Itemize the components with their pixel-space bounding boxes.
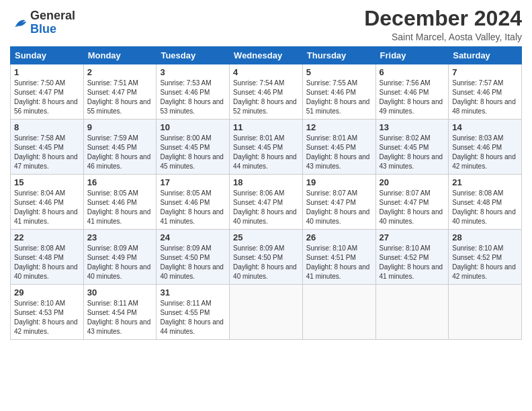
- calendar-cell: 13Sunrise: 8:02 AM Sunset: 4:45 PM Dayli…: [375, 120, 449, 175]
- day-number: 28: [452, 232, 518, 242]
- calendar-cell: 29Sunrise: 8:10 AM Sunset: 4:53 PM Dayli…: [11, 285, 84, 340]
- day-number: 23: [87, 232, 153, 242]
- day-number: 20: [380, 177, 445, 187]
- calendar-cell: 26Sunrise: 8:10 AM Sunset: 4:51 PM Dayli…: [302, 230, 375, 285]
- calendar-cell: 1Sunrise: 7:50 AM Sunset: 4:47 PM Daylig…: [11, 64, 84, 120]
- day-info: Sunrise: 7:57 AM Sunset: 4:46 PM Dayligh…: [452, 79, 518, 116]
- day-info: Sunrise: 8:08 AM Sunset: 4:48 PM Dayligh…: [452, 189, 518, 226]
- calendar-cell: 22Sunrise: 8:08 AM Sunset: 4:48 PM Dayli…: [11, 230, 84, 285]
- day-number: 25: [233, 232, 299, 242]
- header-friday: Friday: [375, 47, 449, 64]
- day-info: Sunrise: 8:04 AM Sunset: 4:46 PM Dayligh…: [14, 189, 80, 226]
- calendar-cell: [302, 285, 375, 340]
- page-header: General Blue December 2024 Saint Marcel,…: [10, 7, 522, 42]
- calendar-cell: 19Sunrise: 8:07 AM Sunset: 4:47 PM Dayli…: [302, 175, 375, 230]
- calendar-cell: [449, 285, 522, 340]
- day-info: Sunrise: 8:00 AM Sunset: 4:45 PM Dayligh…: [160, 134, 226, 171]
- calendar-cell: 16Sunrise: 8:05 AM Sunset: 4:46 PM Dayli…: [83, 175, 157, 230]
- header-saturday: Saturday: [449, 47, 522, 64]
- day-info: Sunrise: 8:10 AM Sunset: 4:52 PM Dayligh…: [380, 244, 445, 281]
- day-info: Sunrise: 7:55 AM Sunset: 4:46 PM Dayligh…: [306, 79, 372, 116]
- logo-text: General Blue: [30, 9, 75, 36]
- day-info: Sunrise: 8:01 AM Sunset: 4:45 PM Dayligh…: [306, 134, 372, 171]
- day-number: 26: [306, 232, 372, 242]
- day-info: Sunrise: 8:09 AM Sunset: 4:50 PM Dayligh…: [160, 244, 226, 281]
- day-number: 24: [160, 232, 226, 242]
- day-number: 30: [87, 287, 153, 298]
- day-number: 15: [14, 177, 80, 187]
- calendar-cell: 15Sunrise: 8:04 AM Sunset: 4:46 PM Dayli…: [11, 175, 84, 230]
- day-number: 8: [14, 122, 80, 132]
- day-info: Sunrise: 8:06 AM Sunset: 4:47 PM Dayligh…: [233, 189, 299, 226]
- day-number: 17: [160, 177, 226, 187]
- day-number: 11: [233, 122, 299, 132]
- day-info: Sunrise: 7:58 AM Sunset: 4:45 PM Dayligh…: [14, 134, 80, 171]
- calendar-cell: [230, 285, 303, 340]
- header-wednesday: Wednesday: [230, 47, 303, 64]
- day-number: 27: [380, 232, 445, 242]
- calendar-cell: [375, 285, 449, 340]
- calendar-cell: 24Sunrise: 8:09 AM Sunset: 4:50 PM Dayli…: [157, 230, 230, 285]
- calendar-cell: 9Sunrise: 7:59 AM Sunset: 4:45 PM Daylig…: [83, 120, 157, 175]
- calendar-week-row: 8Sunrise: 7:58 AM Sunset: 4:45 PM Daylig…: [11, 120, 522, 175]
- day-number: 29: [14, 287, 80, 298]
- day-info: Sunrise: 7:54 AM Sunset: 4:46 PM Dayligh…: [233, 79, 299, 116]
- logo: General Blue: [10, 9, 75, 36]
- title-block: December 2024 Saint Marcel, Aosta Valley…: [364, 7, 522, 42]
- calendar-cell: 27Sunrise: 8:10 AM Sunset: 4:52 PM Dayli…: [375, 230, 449, 285]
- day-info: Sunrise: 8:11 AM Sunset: 4:55 PM Dayligh…: [160, 299, 226, 336]
- calendar-cell: 6Sunrise: 7:56 AM Sunset: 4:46 PM Daylig…: [375, 64, 449, 120]
- day-number: 16: [87, 177, 153, 187]
- calendar-cell: 20Sunrise: 8:07 AM Sunset: 4:47 PM Dayli…: [375, 175, 449, 230]
- calendar-cell: 25Sunrise: 8:09 AM Sunset: 4:50 PM Dayli…: [230, 230, 303, 285]
- weekday-header-row: Sunday Monday Tuesday Wednesday Thursday…: [11, 47, 522, 64]
- day-info: Sunrise: 8:01 AM Sunset: 4:45 PM Dayligh…: [233, 134, 299, 171]
- day-number: 2: [87, 67, 153, 77]
- calendar-week-row: 29Sunrise: 8:10 AM Sunset: 4:53 PM Dayli…: [11, 285, 522, 340]
- day-number: 12: [306, 122, 372, 132]
- calendar-cell: 18Sunrise: 8:06 AM Sunset: 4:47 PM Dayli…: [230, 175, 303, 230]
- calendar-cell: 2Sunrise: 7:51 AM Sunset: 4:47 PM Daylig…: [83, 64, 157, 120]
- day-info: Sunrise: 7:59 AM Sunset: 4:45 PM Dayligh…: [87, 134, 153, 171]
- day-info: Sunrise: 7:56 AM Sunset: 4:46 PM Dayligh…: [380, 79, 445, 116]
- day-info: Sunrise: 8:09 AM Sunset: 4:50 PM Dayligh…: [233, 244, 299, 281]
- day-number: 3: [160, 67, 226, 77]
- calendar-cell: 7Sunrise: 7:57 AM Sunset: 4:46 PM Daylig…: [449, 64, 522, 120]
- day-number: 7: [452, 67, 518, 77]
- calendar-cell: 3Sunrise: 7:53 AM Sunset: 4:46 PM Daylig…: [157, 64, 230, 120]
- day-info: Sunrise: 8:02 AM Sunset: 4:45 PM Dayligh…: [380, 134, 445, 171]
- header-sunday: Sunday: [11, 47, 84, 64]
- month-title: December 2024: [364, 7, 522, 30]
- logo-general: General: [30, 9, 75, 22]
- day-info: Sunrise: 8:10 AM Sunset: 4:53 PM Dayligh…: [14, 299, 80, 336]
- calendar-cell: 12Sunrise: 8:01 AM Sunset: 4:45 PM Dayli…: [302, 120, 375, 175]
- calendar-week-row: 22Sunrise: 8:08 AM Sunset: 4:48 PM Dayli…: [11, 230, 522, 285]
- day-number: 13: [380, 122, 445, 132]
- day-number: 10: [160, 122, 226, 132]
- calendar-cell: 30Sunrise: 8:11 AM Sunset: 4:54 PM Dayli…: [83, 285, 157, 340]
- day-info: Sunrise: 8:07 AM Sunset: 4:47 PM Dayligh…: [306, 189, 372, 226]
- calendar-cell: 5Sunrise: 7:55 AM Sunset: 4:46 PM Daylig…: [302, 64, 375, 120]
- calendar-cell: 10Sunrise: 8:00 AM Sunset: 4:45 PM Dayli…: [157, 120, 230, 175]
- calendar-cell: 28Sunrise: 8:10 AM Sunset: 4:52 PM Dayli…: [449, 230, 522, 285]
- day-number: 9: [87, 122, 153, 132]
- calendar-cell: 23Sunrise: 8:09 AM Sunset: 4:49 PM Dayli…: [83, 230, 157, 285]
- calendar-table: Sunday Monday Tuesday Wednesday Thursday…: [10, 46, 522, 340]
- day-info: Sunrise: 7:51 AM Sunset: 4:47 PM Dayligh…: [87, 79, 153, 116]
- day-info: Sunrise: 8:07 AM Sunset: 4:47 PM Dayligh…: [380, 189, 445, 226]
- calendar-week-row: 15Sunrise: 8:04 AM Sunset: 4:46 PM Dayli…: [11, 175, 522, 230]
- calendar-week-row: 1Sunrise: 7:50 AM Sunset: 4:47 PM Daylig…: [11, 64, 522, 120]
- day-number: 19: [306, 177, 372, 187]
- header-thursday: Thursday: [302, 47, 375, 64]
- day-number: 1: [14, 67, 80, 77]
- day-number: 14: [452, 122, 518, 132]
- day-number: 31: [160, 287, 226, 298]
- header-tuesday: Tuesday: [157, 47, 230, 64]
- calendar-cell: 14Sunrise: 8:03 AM Sunset: 4:46 PM Dayli…: [449, 120, 522, 175]
- location-subtitle: Saint Marcel, Aosta Valley, Italy: [364, 32, 522, 42]
- day-info: Sunrise: 7:53 AM Sunset: 4:46 PM Dayligh…: [160, 79, 226, 116]
- logo-bird-icon: [11, 15, 28, 31]
- day-info: Sunrise: 8:08 AM Sunset: 4:48 PM Dayligh…: [14, 244, 80, 281]
- day-info: Sunrise: 8:05 AM Sunset: 4:46 PM Dayligh…: [160, 189, 226, 226]
- day-number: 18: [233, 177, 299, 187]
